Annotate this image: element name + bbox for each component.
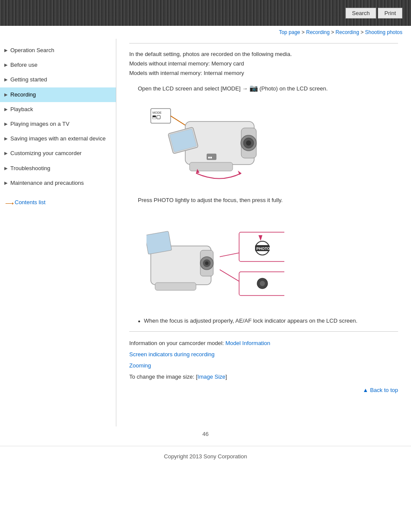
sidebar-item-label: Before use bbox=[10, 61, 111, 69]
arrow-icon: ▶ bbox=[4, 136, 8, 142]
sidebar-item-label: Operation Search bbox=[10, 47, 111, 54]
back-to-top: ▲Back to top bbox=[129, 387, 398, 393]
sidebar-item-label: Maintenance and precautions bbox=[10, 179, 111, 187]
svg-rect-4 bbox=[153, 117, 156, 119]
bullet-point-aeaf: When the focus is adjusted properly, AE/… bbox=[138, 317, 398, 326]
related-label: Information on your camcorder model: bbox=[129, 340, 224, 346]
contents-list-label: Contents list bbox=[15, 199, 46, 205]
related-links: Information on your camcorder model: Mod… bbox=[129, 338, 398, 383]
footer: Copyright 2013 Sony Corporation bbox=[0, 446, 411, 467]
model-info-link[interactable]: Model Information bbox=[225, 340, 270, 346]
svg-rect-16 bbox=[190, 162, 233, 171]
diagram2-svg: PHOTO bbox=[146, 212, 284, 311]
related-line3: Zooming bbox=[129, 360, 398, 371]
sidebar-item-label: Troubleshooting bbox=[10, 165, 111, 172]
svg-point-35 bbox=[260, 281, 265, 286]
image-size-text: To change the image size: [ bbox=[129, 373, 197, 380]
sidebar: ▶ Operation Search ▶ Before use ▶ Gettin… bbox=[0, 39, 116, 426]
step2-text: Press PHOTO lightly to adjust the focus,… bbox=[138, 196, 398, 205]
svg-text:■■: ■■ bbox=[208, 156, 212, 159]
svg-line-27 bbox=[220, 270, 241, 283]
intro-block: In the default setting, photos are recor… bbox=[129, 50, 398, 78]
sidebar-item-troubleshooting[interactable]: ▶ Troubleshooting bbox=[0, 161, 116, 176]
arrow-icon: ▶ bbox=[4, 47, 8, 53]
breadcrumb-sep2: > bbox=[330, 29, 336, 35]
arrow-icon: ▶ bbox=[4, 180, 8, 186]
arrow-icon: ▶ bbox=[4, 62, 8, 68]
back-to-top-label: Back to top bbox=[370, 387, 398, 393]
bottom-separator bbox=[129, 331, 398, 332]
intro-line2: Models without internal memory: Memory c… bbox=[129, 59, 398, 68]
svg-line-26 bbox=[220, 252, 241, 257]
svg-point-23 bbox=[205, 261, 209, 265]
page-number: 46 bbox=[0, 426, 411, 442]
back-to-top-link[interactable]: ▲Back to top bbox=[363, 387, 398, 393]
sidebar-item-label: Getting started bbox=[10, 76, 111, 84]
sidebar-item-saving-images[interactable]: ▶ Saving images with an external device bbox=[0, 131, 116, 146]
breadcrumb: Top page > Recording > Recording > Shoot… bbox=[0, 26, 411, 39]
sidebar-item-maintenance[interactable]: ▶ Maintenance and precautions bbox=[0, 176, 116, 190]
svg-rect-25 bbox=[155, 283, 196, 290]
breadcrumb-sep1: > bbox=[300, 29, 306, 35]
intro-line3: Models with internal memory: Internal me… bbox=[129, 68, 398, 78]
sidebar-item-getting-started[interactable]: ▶ Getting started bbox=[0, 72, 116, 87]
arrow-icon: ▶ bbox=[4, 77, 8, 83]
svg-text:PHOTO: PHOTO bbox=[256, 246, 270, 251]
diagram1-container: MODE ■■ bbox=[146, 104, 276, 185]
sidebar-item-customizing[interactable]: ▶ Customizing your camcorder bbox=[0, 146, 116, 161]
sidebar-item-before-use[interactable]: ▶ Before use bbox=[0, 58, 116, 72]
svg-rect-3 bbox=[157, 115, 160, 119]
svg-text:MODE: MODE bbox=[153, 111, 162, 114]
content-area: In the default setting, photos are recor… bbox=[116, 39, 411, 426]
screen-indicators-link[interactable]: Screen indicators during recording bbox=[129, 351, 215, 358]
contents-list-arrow-icon bbox=[5, 200, 12, 204]
sidebar-item-label: Playback bbox=[10, 106, 111, 113]
sidebar-item-label: Recording bbox=[10, 91, 111, 99]
sidebar-item-recording[interactable]: ▶ Recording bbox=[0, 87, 116, 102]
svg-rect-24 bbox=[146, 231, 172, 254]
arrow-icon: ▶ bbox=[4, 106, 8, 112]
breadcrumb-recording1[interactable]: Recording bbox=[306, 29, 330, 35]
step1-text: Open the LCD screen and select [MODE] → … bbox=[138, 82, 398, 94]
header-buttons: Search Print bbox=[346, 8, 402, 19]
breadcrumb-top-page[interactable]: Top page bbox=[279, 29, 300, 35]
top-separator bbox=[129, 43, 398, 44]
svg-point-11 bbox=[246, 140, 251, 146]
image-size-close: ] bbox=[225, 373, 227, 380]
print-button[interactable]: Print bbox=[378, 8, 402, 19]
related-line2: Screen indicators during recording bbox=[129, 349, 398, 360]
bullet-text: When the focus is adjusted properly, AE/… bbox=[144, 317, 357, 326]
copyright-text: Copyright 2013 Sony Corporation bbox=[164, 453, 247, 460]
sidebar-item-label: Playing images on a TV bbox=[10, 120, 111, 128]
sidebar-item-playing-images[interactable]: ▶ Playing images on a TV bbox=[0, 117, 116, 131]
sidebar-item-label: Customizing your camcorder bbox=[10, 149, 111, 157]
arrow-icon: ▶ bbox=[4, 150, 8, 156]
breadcrumb-recording2[interactable]: Recording bbox=[336, 29, 359, 35]
arrow-icon: ▶ bbox=[4, 165, 8, 171]
zooming-link[interactable]: Zooming bbox=[129, 362, 151, 369]
sidebar-item-operation-search[interactable]: ▶ Operation Search bbox=[0, 43, 116, 58]
diagram1-svg: MODE ■■ bbox=[146, 104, 276, 184]
related-line4: To change the image size: [Image Size] bbox=[129, 371, 398, 383]
intro-line1: In the default setting, photos are recor… bbox=[129, 50, 398, 59]
sidebar-item-playback[interactable]: ▶ Playback bbox=[0, 102, 116, 117]
main-layout: ▶ Operation Search ▶ Before use ▶ Gettin… bbox=[0, 39, 411, 426]
arrow-icon: ▶ bbox=[4, 121, 8, 127]
back-to-top-icon: ▲ bbox=[363, 387, 368, 393]
header: Search Print bbox=[0, 0, 411, 26]
arrow-icon: ▶ bbox=[4, 92, 8, 98]
search-button[interactable]: Search bbox=[346, 8, 376, 19]
breadcrumb-current: Shooting photos bbox=[365, 29, 402, 35]
breadcrumb-sep3: > bbox=[359, 29, 365, 35]
related-line1: Information on your camcorder model: Mod… bbox=[129, 338, 398, 349]
sidebar-item-label: Saving images with an external device bbox=[10, 135, 111, 143]
image-size-link[interactable]: Image Size bbox=[197, 373, 225, 380]
contents-list-link[interactable]: Contents list bbox=[0, 195, 116, 210]
